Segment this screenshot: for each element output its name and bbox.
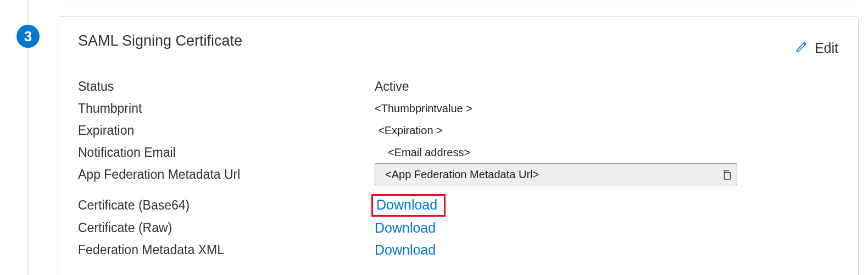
spacer <box>78 189 838 194</box>
row-notification-email: Notification Email <Email address> <box>78 141 838 163</box>
value-thumbprint: <Thumbprintvalue > <box>375 102 472 115</box>
label-app-federation-url: App Federation Metadata Url <box>78 167 375 182</box>
label-cert-base64: Certificate (Base64) <box>78 198 375 213</box>
label-notification-email: Notification Email <box>78 145 375 160</box>
label-thumbprint: Thumbprint <box>78 101 375 116</box>
row-fed-metadata-xml: Federation Metadata XML Download <box>78 239 838 261</box>
card-header: SAML Signing Certificate Edit <box>78 32 838 57</box>
app-federation-url-value: <App Federation Metadata Url> <box>385 168 716 181</box>
label-fed-metadata-xml: Federation Metadata XML <box>78 243 375 257</box>
value-notification-email: <Email address> <box>375 146 470 159</box>
row-app-federation-url: App Federation Metadata Url <App Federat… <box>78 163 838 185</box>
download-cert-raw-link[interactable]: Download <box>375 220 436 236</box>
value-expiration: <Expiration > <box>375 124 443 137</box>
row-expiration: Expiration <Expiration > <box>78 119 838 141</box>
row-status: Status Active <box>78 75 838 97</box>
saml-signing-certificate-card: SAML Signing Certificate Edit Status Act… <box>58 16 859 275</box>
field-rows: Status Active Thumbprint <Thumbprintvalu… <box>78 75 838 261</box>
value-status: Active <box>375 79 838 94</box>
svg-rect-0 <box>724 172 730 179</box>
step-number-badge: 3 <box>16 25 40 48</box>
row-cert-raw: Certificate (Raw) Download <box>78 217 838 239</box>
previous-card-edge <box>58 0 859 3</box>
app-federation-url-field[interactable]: <App Federation Metadata Url> <box>375 163 737 185</box>
row-cert-base64: Certificate (Base64) Download <box>78 194 838 217</box>
label-status: Status <box>78 79 375 94</box>
edit-button[interactable]: Edit <box>795 32 838 57</box>
pencil-icon <box>795 39 809 57</box>
edit-label: Edit <box>815 40 838 56</box>
download-fed-metadata-xml-link[interactable]: Download <box>375 242 436 258</box>
step-number: 3 <box>24 28 32 45</box>
download-cert-base64-link[interactable]: Download <box>371 194 446 217</box>
label-cert-raw: Certificate (Raw) <box>78 221 375 235</box>
card-title: SAML Signing Certificate <box>78 32 242 50</box>
row-thumbprint: Thumbprint <Thumbprintvalue > <box>78 97 838 119</box>
copy-icon[interactable] <box>720 168 732 180</box>
label-expiration: Expiration <box>78 123 375 138</box>
